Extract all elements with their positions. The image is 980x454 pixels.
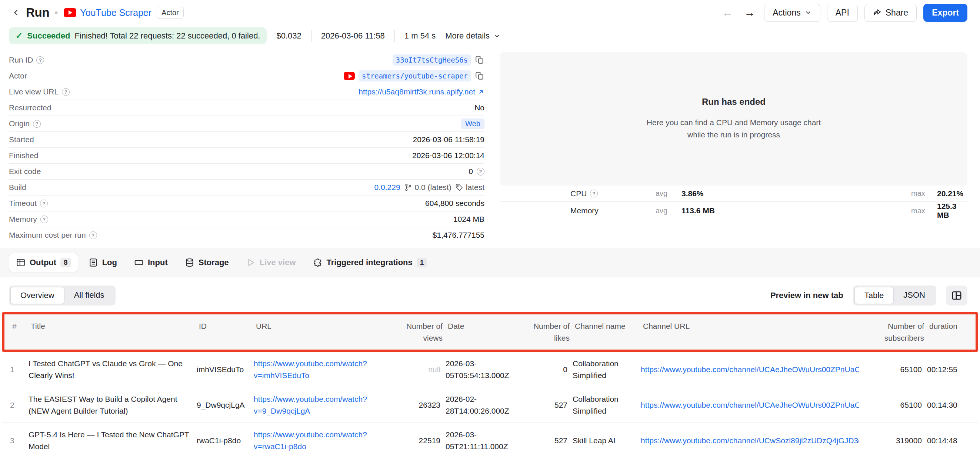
nav-forward-arrow[interactable]: → (742, 7, 757, 18)
tab-live-view[interactable]: Live view (239, 253, 302, 272)
tag-icon (455, 183, 463, 192)
actor-label: Actor (9, 71, 27, 80)
detail-row-finished: Finished 2026-03-06 12:00:14 (9, 148, 484, 164)
help-icon[interactable]: ? (62, 88, 70, 96)
format-switch: TableJSON (853, 286, 936, 305)
external-link-icon (477, 89, 484, 95)
tab-input[interactable]: Input (127, 253, 175, 272)
memory-value: 1024 MB (453, 215, 484, 224)
log-icon (89, 258, 98, 267)
channel-url-cell: https://www.youtube.com/channel/UCAeJheO… (641, 399, 859, 411)
status-message: Finished! Total 22 requests: 22 succeede… (75, 31, 260, 41)
video-date: 2026-03-05T05:54:13.000Z (445, 358, 522, 381)
copy-icon[interactable] (475, 71, 484, 81)
nav-back-arrow[interactable]: ← (720, 7, 735, 18)
max-value: 125.3 MB (937, 202, 967, 220)
column-settings-button[interactable] (946, 286, 967, 305)
help-icon[interactable]: ? (477, 168, 484, 176)
channel-url-link[interactable]: https://www.youtube.com/channel/UCAeJheO… (641, 365, 859, 374)
view-tab-all-fields[interactable]: All fields (64, 287, 114, 304)
chart-placeholder-subtitle: Here you can find a CPU and Memory usage… (647, 117, 821, 141)
col-header-index: # (12, 320, 25, 344)
help-icon[interactable]: ? (36, 56, 44, 64)
tab-storage[interactable]: Storage (178, 253, 235, 272)
help-icon[interactable]: ? (89, 232, 97, 239)
video-url-link[interactable]: https://www.youtube.com/watch?v=9_Dw9qcj… (254, 395, 367, 415)
table-row: 3GPT-5.4 Is Here — I Tested the New Chat… (2, 423, 978, 454)
actor-name-link[interactable]: YouTube Scraper (80, 7, 151, 18)
check-icon: ✓ (16, 31, 22, 41)
col-header-url: URL (256, 320, 399, 344)
video-url-link[interactable]: https://www.youtube.com/watch?v=imhVISEd… (254, 359, 367, 379)
video-url-cell: https://www.youtube.com/watch?v=9_Dw9qcj… (254, 393, 396, 417)
more-details-toggle[interactable]: More details (445, 31, 501, 41)
api-button[interactable]: API (827, 4, 858, 22)
actor-id-value[interactable]: streamers/youtube-scraper (358, 70, 471, 81)
help-icon[interactable]: ? (40, 216, 48, 223)
detail-row-live-view-url: Live view URL? https://u5aq8mirtf3k.runs… (9, 84, 484, 100)
tab-triggered-integrations[interactable]: Triggered integrations1 (306, 253, 434, 272)
tab-output[interactable]: Output8 (9, 253, 78, 272)
output-controls-row: OverviewAll fields Preview in new tab Ta… (0, 277, 980, 312)
tab-log[interactable]: Log (82, 253, 124, 272)
tab-label: Input (148, 258, 168, 267)
tab-label: Log (102, 258, 117, 267)
channel-name: Skill Leap AI (573, 435, 636, 447)
row-number: 2 (10, 399, 23, 411)
live-view-url-link[interactable]: https://u5aq8mirtf3k.runs.apify.net (358, 87, 484, 96)
view-tab-overview[interactable]: Overview (10, 287, 64, 304)
back-button[interactable] (9, 5, 24, 20)
branch-icon (404, 183, 412, 192)
channel-url-cell: https://www.youtube.com/channel/UCwSozl8… (641, 435, 859, 447)
channel-url-link[interactable]: https://www.youtube.com/channel/UCwSozl8… (641, 436, 859, 445)
help-icon[interactable]: ? (33, 120, 41, 128)
view-mode-switch: OverviewAll fields (9, 286, 116, 305)
origin-value-pill[interactable]: Web (461, 119, 484, 129)
video-id: rwaC1i-p8do (197, 435, 248, 447)
channel-url-cell: https://www.youtube.com/channel/UCAeJheO… (641, 364, 859, 376)
exit-code-label: Exit code (9, 167, 41, 176)
col-header-title: Title (31, 320, 194, 344)
channel-url-link[interactable]: https://www.youtube.com/channel/UCAeJheO… (641, 401, 859, 409)
run-id-value[interactable]: 33oIt7tsCtgHeeS6s (393, 54, 471, 65)
share-button[interactable]: Share (864, 4, 917, 22)
dot-separator: • (54, 7, 58, 19)
format-tab-table[interactable]: Table (854, 287, 894, 304)
col-header-id: ID (199, 320, 251, 344)
chevron-left-icon (11, 8, 21, 17)
youtube-icon (344, 72, 355, 80)
video-title: The EASIEST Way to Build a Copilot Agent… (29, 393, 191, 417)
subscribers-count: 65100 (864, 399, 922, 411)
col-header-likes: Number of likes (529, 320, 570, 344)
col-header-views: Number of views (404, 320, 442, 344)
help-icon[interactable]: ? (590, 190, 598, 197)
share-label: Share (886, 8, 908, 18)
timeout-value: 604,800 seconds (425, 199, 484, 208)
avg-label: avg (655, 189, 681, 198)
detail-row-timeout: Timeout? 604,800 seconds (9, 195, 484, 211)
run-id-label: Run ID (9, 56, 33, 64)
detail-row-exit-code: Exit code 0? (9, 164, 484, 179)
chart-placeholder-title: Run has ended (702, 97, 765, 107)
preview-in-new-tab-link[interactable]: Preview in new tab (770, 291, 843, 300)
video-url-link[interactable]: https://www.youtube.com/watch?v=rwaC1i-p… (254, 430, 367, 451)
format-tab-json[interactable]: JSON (894, 287, 935, 304)
exit-code-value: 0 (469, 167, 473, 176)
chart-placeholder-card: Run has ended Here you can find a CPU an… (500, 52, 967, 186)
subtitle-line-1: Here you can find a CPU and Memory usage… (647, 117, 821, 129)
col-header-subscribers: Number of subscribers (867, 320, 924, 344)
help-icon[interactable]: ? (40, 200, 48, 207)
actions-button[interactable]: Actions (764, 4, 820, 22)
live-view-url-text: https://u5aq8mirtf3k.runs.apify.net (358, 87, 475, 96)
build-version-link[interactable]: 0.0.229 (374, 183, 400, 192)
run-datetime: 2026-03-06 11:58 (321, 31, 385, 41)
video-id: imhVISEduTo (197, 364, 248, 376)
max-cost-label: Maximum cost per run (9, 231, 86, 240)
stat-label-text: CPU (570, 189, 587, 198)
copy-icon[interactable] (475, 55, 484, 65)
puzzle-icon (313, 258, 323, 267)
detail-row-actor: Actor streamers/youtube-scraper (9, 68, 484, 84)
export-button[interactable]: Export (923, 4, 967, 22)
tab-count-badge: 1 (417, 258, 427, 267)
detail-row-run-id: Run ID? 33oIt7tsCtgHeeS6s (9, 52, 484, 68)
